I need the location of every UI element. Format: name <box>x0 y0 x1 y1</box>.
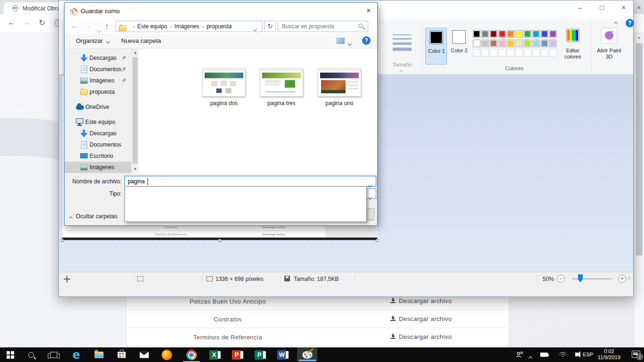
browser-forward-icon[interactable]: → <box>23 18 31 27</box>
hide-folders-button[interactable]: Ocultar carpetas <box>69 213 117 222</box>
browser-back-icon[interactable]: ← <box>8 18 16 27</box>
dialog-help-icon[interactable]: ? <box>362 36 371 45</box>
palette-swatch[interactable] <box>549 40 557 47</box>
mail-button[interactable] <box>134 349 155 361</box>
battery-icon[interactable] <box>540 353 548 357</box>
breadcrumb-item[interactable]: Imágenes <box>174 23 199 30</box>
zoom-slider-track[interactable] <box>572 278 611 280</box>
sidebar-item-descargas-pc[interactable]: Descargas <box>65 128 131 139</box>
palette-swatch[interactable] <box>498 30 506 38</box>
palette-swatch[interactable] <box>498 40 506 47</box>
selection-handle[interactable] <box>376 239 379 242</box>
selection-handle[interactable] <box>218 239 221 242</box>
palette-swatch[interactable] <box>515 40 523 47</box>
refresh-icon[interactable]: ↻ <box>264 21 276 32</box>
speaker-icon[interactable] <box>575 353 578 356</box>
sidebar-item-propuesta[interactable]: propuesta <box>65 86 131 98</box>
filename-input[interactable] <box>128 177 363 185</box>
color1-button[interactable]: Color 1 <box>425 28 447 65</box>
palette-swatch[interactable] <box>515 49 523 57</box>
breadcrumb[interactable]: ›Este equipo›Imágenes›propuesta <box>116 21 263 32</box>
edge-button[interactable]: e <box>66 349 87 361</box>
size-button[interactable]: Tamaño ▾ <box>386 29 418 72</box>
up-icon[interactable]: ↑ <box>105 22 109 30</box>
palette-swatch[interactable] <box>490 49 497 57</box>
powerpoint-button[interactable]: P <box>226 349 247 361</box>
start-button[interactable] <box>0 349 21 361</box>
palette-swatch[interactable] <box>498 49 506 57</box>
breadcrumb-item[interactable]: Este equipo <box>137 23 167 30</box>
palette-swatch[interactable] <box>507 49 514 57</box>
sidebar-item-imagenes[interactable]: Imágenes <box>65 75 131 86</box>
zoom-slider-thumb[interactable] <box>578 274 583 282</box>
new-folder-button[interactable]: Nueva carpeta <box>121 37 161 44</box>
breadcrumb-item[interactable]: propuesta <box>206 23 231 30</box>
recent-locations-icon[interactable] <box>98 25 100 34</box>
palette-swatch[interactable] <box>541 40 548 47</box>
palette-swatch[interactable] <box>549 49 557 57</box>
word-button[interactable]: W <box>272 349 292 361</box>
firefox-button[interactable] <box>157 349 177 361</box>
palette-swatch[interactable] <box>473 49 480 57</box>
sidebar-item-documentos-pc[interactable]: Documentos <box>65 139 131 150</box>
back-icon[interactable]: ← <box>71 22 78 30</box>
clock[interactable]: 0:02 11/9/2019 <box>594 348 624 362</box>
sidebar-item-este-equipo[interactable]: Este equipo <box>65 116 131 128</box>
chrome-button[interactable] <box>181 349 202 361</box>
palette-swatch[interactable] <box>532 30 540 38</box>
task-view-button[interactable] <box>43 349 64 361</box>
sidebar-item-imagenes-pc[interactable]: Imágenes <box>65 162 131 173</box>
scrollbar-up-icon[interactable]: ▲ <box>637 35 641 40</box>
palette-swatch[interactable] <box>532 49 540 57</box>
filename-combobox[interactable] <box>124 176 376 187</box>
forward-icon[interactable]: → <box>84 22 91 30</box>
filename-autocomplete-dropdown[interactable] <box>124 186 367 222</box>
scrollbar-thumb[interactable] <box>636 43 643 255</box>
tray-expand-icon[interactable] <box>529 353 532 362</box>
palette-swatch[interactable] <box>541 49 548 57</box>
palette-swatch[interactable] <box>481 30 489 38</box>
file-item-pagina-tres[interactable]: pagina tres <box>256 68 307 107</box>
keyboard-language[interactable]: ESP <box>583 352 593 362</box>
scroll-down-icon[interactable]: ▼ <box>133 167 137 171</box>
zoom-in-button[interactable]: + <box>618 275 626 283</box>
excel-button[interactable]: X <box>204 349 224 361</box>
store-button[interactable] <box>111 349 132 361</box>
palette-swatch[interactable] <box>481 40 489 47</box>
color2-button[interactable]: Color 2 <box>448 28 470 65</box>
search-box[interactable] <box>278 21 368 32</box>
palette-swatch[interactable] <box>507 30 514 38</box>
selection-handle[interactable] <box>61 239 64 242</box>
browser-reload-icon[interactable]: ↻ <box>39 18 45 28</box>
view-mode-dropdown-icon[interactable] <box>348 40 351 47</box>
sidebar-item-escritorio[interactable]: Escritorio <box>65 150 131 162</box>
paint-taskbar-button[interactable] <box>297 347 317 362</box>
palette-swatch[interactable] <box>473 40 480 47</box>
view-mode-icon[interactable] <box>337 38 345 44</box>
breadcrumb-dropdown-icon[interactable] <box>254 25 256 32</box>
dialog-titlebar[interactable]: Guardar como × <box>65 3 377 20</box>
taskbar-search-button[interactable] <box>21 349 41 361</box>
sidebar-scrollbar[interactable]: ▲ ▼ <box>131 49 138 173</box>
scroll-up-icon[interactable]: ▲ <box>133 50 137 55</box>
file-explorer-button[interactable] <box>89 349 109 361</box>
palette-swatch[interactable] <box>481 49 489 57</box>
organize-button[interactable]: Organizar <box>76 37 109 44</box>
palette-swatch[interactable] <box>515 30 523 38</box>
zoom-out-button[interactable]: − <box>557 275 565 283</box>
palette-swatch[interactable] <box>524 30 531 38</box>
palette-swatch[interactable] <box>549 30 557 38</box>
search-input[interactable] <box>282 22 355 31</box>
palette-swatch[interactable] <box>524 49 531 57</box>
collapse-ribbon-icon[interactable] <box>614 20 617 26</box>
sidebar-item-onedrive[interactable]: OneDrive <box>65 101 131 113</box>
palette-swatch[interactable] <box>541 30 548 38</box>
dialog-close-icon[interactable]: × <box>362 7 376 17</box>
close-button[interactable]: × <box>613 0 634 16</box>
open-paint3d-button[interactable]: Abrir Paint 3D <box>594 28 624 68</box>
type-dropdown-icon[interactable] <box>369 192 372 201</box>
palette-swatch[interactable] <box>490 40 497 47</box>
file-item-pagina-uno[interactable]: pagina uno <box>314 68 365 107</box>
publisher-button[interactable]: P <box>249 349 270 361</box>
edit-colors-button[interactable]: Editar colores <box>558 28 587 68</box>
